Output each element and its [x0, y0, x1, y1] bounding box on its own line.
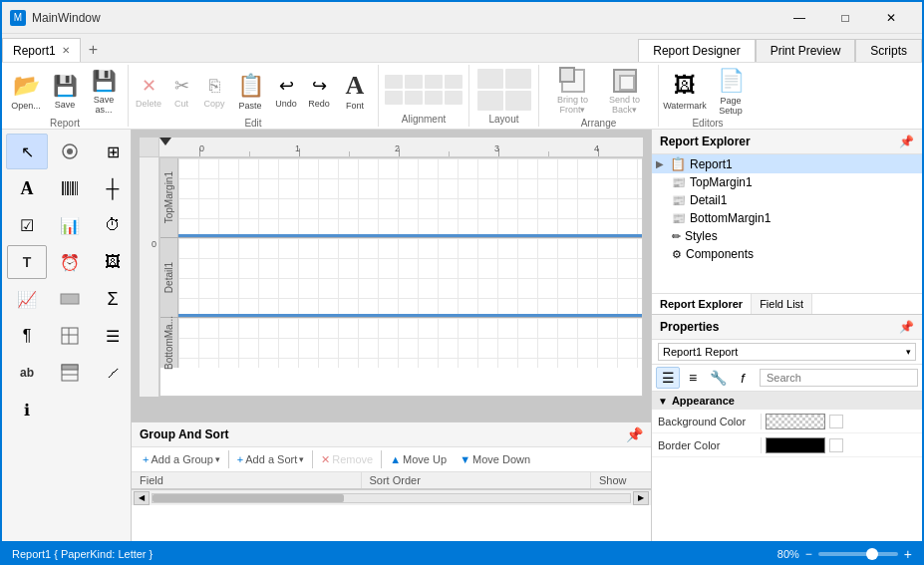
table-tool[interactable]	[49, 318, 91, 354]
re-pin-icon[interactable]: 📌	[899, 135, 914, 148]
cell-tool[interactable]	[49, 134, 91, 169]
reportpage-tool[interactable]: ⊞	[92, 134, 134, 169]
document-tab[interactable]: Report1 ✕	[2, 38, 81, 62]
scripts-tab[interactable]: Scripts	[855, 39, 922, 62]
field-list-tab[interactable]: Field List	[752, 294, 812, 314]
tree-item-components[interactable]: ⚙ Components	[652, 245, 922, 263]
pointer-tool[interactable]: ↖	[6, 134, 48, 169]
sum-tool[interactable]: Σ	[92, 281, 134, 317]
line-tool[interactable]: ⟋	[92, 355, 134, 391]
new-tab-btn[interactable]: +	[81, 38, 106, 62]
appearance-section-header[interactable]: ▼ Appearance	[652, 392, 922, 410]
group-sort-title: Group And Sort	[140, 427, 229, 441]
col-field: Field	[132, 472, 362, 488]
list-tool[interactable]: ☰	[92, 318, 134, 354]
zoom-slider[interactable]	[818, 552, 898, 556]
close-btn[interactable]: ✕	[868, 3, 914, 33]
undo-button[interactable]: ↩ Undo	[270, 67, 302, 117]
tree-item-detail[interactable]: 📰 Detail1	[652, 191, 922, 209]
svg-point-1	[67, 148, 73, 154]
svg-rect-6	[72, 181, 74, 195]
ruler-horizontal: 0 1 2 3 4	[159, 138, 643, 157]
panel-tool[interactable]	[49, 281, 91, 317]
ruler-vertical: 0	[140, 157, 159, 397]
bring-to-front-button[interactable]: Bring toFront▾	[548, 67, 598, 117]
add-sort-btn[interactable]: + Add a Sort ▾	[232, 451, 309, 467]
report-designer-tab[interactable]: Report Designer	[638, 39, 755, 62]
pin-icon[interactable]: 📌	[626, 426, 643, 442]
border-color-swatch	[766, 437, 825, 453]
move-down-btn[interactable]: ▼ Move Down	[455, 451, 535, 467]
border-color-label: Border Color	[652, 437, 762, 453]
border-color-checkbox[interactable]	[829, 438, 843, 452]
zoom-out-btn[interactable]: −	[805, 547, 812, 561]
group-sort-panel: Group And Sort 📌 + Add a Group ▾ + Add a…	[132, 422, 651, 541]
props-filter-btn[interactable]: 🔧	[706, 367, 730, 389]
maximize-btn[interactable]: □	[822, 3, 868, 33]
add-group-btn[interactable]: + Add a Group ▾	[138, 451, 225, 467]
watermark-button[interactable]: 🖼 Watermark	[663, 67, 707, 117]
report-explorer-tab[interactable]: Report Explorer	[652, 294, 752, 314]
chart-tool[interactable]: 📊	[49, 207, 91, 243]
paste-button[interactable]: 📋 Paste	[231, 67, 269, 117]
gauge-tool[interactable]: ⏱	[92, 207, 134, 243]
zoom-in-btn[interactable]: +	[904, 546, 912, 562]
cross-tool[interactable]: ┼	[92, 170, 134, 206]
textab-tool[interactable]: ab	[6, 355, 48, 391]
detail-band: Detail1	[160, 238, 642, 318]
props-category-btn[interactable]: ☰	[656, 367, 680, 389]
richtext-tool[interactable]: ¶	[6, 318, 48, 354]
sparkline-tool[interactable]: 📈	[6, 281, 48, 317]
props-alpha-btn[interactable]: ≡	[681, 367, 705, 389]
report-bands: TopMargin1 Detail1	[159, 157, 643, 397]
status-text: Report1 { PaperKind: Letter }	[12, 548, 153, 560]
open-button[interactable]: 📂 Open...	[6, 67, 46, 117]
props-pin-icon[interactable]: 📌	[899, 320, 914, 334]
save-as-button[interactable]: 💾 Saveas...	[84, 67, 124, 117]
app-icon: M	[10, 10, 26, 26]
tab-close-icon[interactable]: ✕	[62, 45, 70, 56]
svg-rect-4	[67, 181, 69, 195]
svg-rect-2	[62, 181, 64, 195]
props-selector[interactable]: Report1 Report ▾	[658, 343, 916, 361]
datatable-tool[interactable]	[49, 355, 91, 391]
border-color-row[interactable]: Border Color	[652, 433, 922, 457]
delete-button[interactable]: ✕ Delete	[133, 67, 164, 117]
minimize-btn[interactable]: —	[776, 3, 822, 33]
h-scrollbar[interactable]: ◀ ▶	[132, 489, 651, 505]
tree-item-report1[interactable]: ▶ 📋 Report1	[652, 154, 922, 173]
tree-item-styles[interactable]: ✏ Styles	[652, 227, 922, 245]
props-func-btn[interactable]: f	[731, 367, 755, 389]
checkbox-tool[interactable]: ☑	[6, 207, 48, 243]
font-button[interactable]: A Font	[336, 67, 374, 117]
tree-item-topmargin[interactable]: 📰 TopMargin1	[652, 173, 922, 191]
bg-color-checkbox[interactable]	[829, 415, 843, 428]
save-button[interactable]: 💾 Save	[47, 67, 83, 117]
background-color-row[interactable]: Background Color	[652, 410, 922, 433]
print-preview-tab[interactable]: Print Preview	[756, 39, 856, 62]
report-explorer-title: Report Explorer	[660, 135, 751, 148]
remove-btn[interactable]: ✕ Remove	[316, 451, 378, 468]
barcode-tool[interactable]	[49, 170, 91, 206]
copy-button[interactable]: ⎘ Copy	[198, 67, 230, 117]
top-margin-band: TopMargin1	[160, 158, 642, 238]
page-setup-button[interactable]: 📄 PageSetup	[709, 67, 753, 117]
picture-tool[interactable]: 🖼	[92, 244, 134, 280]
send-to-back-button[interactable]: Send toBack▾	[600, 67, 650, 117]
clock-tool[interactable]: ⏰	[49, 244, 91, 280]
cut-button[interactable]: ✂ Cut	[165, 67, 197, 117]
textbox-tool[interactable]: T	[7, 245, 47, 279]
info-tool[interactable]: ℹ	[6, 392, 48, 427]
zoom-thumb[interactable]	[866, 548, 878, 560]
move-up-btn[interactable]: ▲ Move Up	[385, 451, 452, 467]
status-bar: Report1 { PaperKind: Letter } 80% − +	[2, 541, 922, 565]
background-color-label: Background Color	[652, 414, 762, 429]
text-tool[interactable]: A	[6, 170, 48, 206]
tree-item-bottommargin[interactable]: 📰 BottomMargin1	[652, 209, 922, 227]
svg-rect-9	[61, 294, 79, 304]
bg-color-checker	[766, 414, 825, 429]
svg-rect-8	[77, 181, 78, 195]
redo-button[interactable]: ↪ Redo	[303, 67, 335, 117]
col-sort-order: Sort Order	[362, 472, 592, 488]
props-search-input[interactable]	[760, 369, 918, 387]
